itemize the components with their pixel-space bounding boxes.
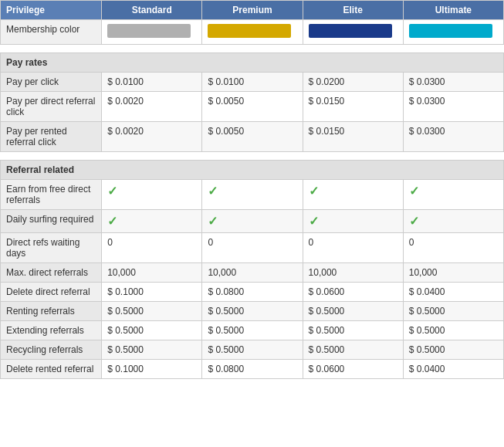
table-row: Pay per click $ 0.0100 $ 0.0100 $ 0.0200… xyxy=(1,73,504,92)
row-label: Direct refs waiting days xyxy=(1,233,102,263)
row-value-standard: $ 0.5000 xyxy=(102,321,202,340)
col-header-elite: Elite xyxy=(303,1,403,20)
privilege-comparison-table: Privilege Standard Premium Elite Ultimat… xyxy=(0,0,504,379)
row-value-elite: ✓ xyxy=(303,180,403,210)
check-icon: ✓ xyxy=(107,215,117,228)
table-row: Extending referrals $ 0.5000 $ 0.5000 $ … xyxy=(1,321,504,340)
row-value-ultimate: $ 0.0300 xyxy=(403,73,503,92)
row-value-elite: $ 0.0600 xyxy=(303,283,403,302)
row-value-ultimate: 10,000 xyxy=(403,263,503,283)
row-value-ultimate: $ 0.5000 xyxy=(403,321,503,340)
row-value-elite: $ 0.5000 xyxy=(303,302,403,321)
col-header-standard: Standard xyxy=(102,1,202,20)
standard-color-bar xyxy=(107,24,191,38)
row-value-ultimate: $ 0.0400 xyxy=(403,360,503,379)
premium-color-bar xyxy=(208,24,291,38)
col-header-premium: Premium xyxy=(202,1,303,20)
row-value-standard: $ 0.5000 xyxy=(102,302,202,321)
row-label: Renting referrals xyxy=(1,302,102,321)
row-value-standard: 10,000 xyxy=(102,263,202,283)
spacer-row-2 xyxy=(1,152,504,161)
row-label: Daily surfing required xyxy=(1,210,102,233)
row-value-premium: $ 0.0800 xyxy=(202,360,303,379)
check-icon: ✓ xyxy=(309,185,319,198)
col-header-ultimate: Ultimate xyxy=(403,1,503,20)
row-value-premium: ✓ xyxy=(202,180,303,210)
elite-color-bar xyxy=(309,24,392,38)
row-value-elite: $ 0.0150 xyxy=(303,122,403,152)
row-value-elite: $ 0.5000 xyxy=(303,340,403,360)
table-row: Earn from free direct referrals ✓ ✓ ✓ ✓ xyxy=(1,180,504,210)
row-value-standard: $ 0.0100 xyxy=(102,73,202,92)
check-icon: ✓ xyxy=(107,185,117,198)
table-row: Pay per rented referral click $ 0.0020 $… xyxy=(1,122,504,152)
check-icon: ✓ xyxy=(409,185,419,198)
row-label: Pay per direct referral click xyxy=(1,92,102,122)
row-label: Recycling referrals xyxy=(1,340,102,360)
row-value-premium: $ 0.0800 xyxy=(202,283,303,302)
row-value-standard: $ 0.1000 xyxy=(102,283,202,302)
row-value-ultimate: $ 0.0300 xyxy=(403,92,503,122)
row-value-standard: $ 0.0020 xyxy=(102,122,202,152)
row-value-premium: ✓ xyxy=(202,210,303,233)
row-value-premium: $ 0.5000 xyxy=(202,302,303,321)
membership-color-standard xyxy=(102,20,202,45)
row-value-ultimate: 0 xyxy=(403,233,503,263)
table-row: Delete direct referral $ 0.1000 $ 0.0800… xyxy=(1,283,504,302)
membership-color-elite xyxy=(303,20,403,45)
row-value-premium: $ 0.0050 xyxy=(202,122,303,152)
row-value-standard: $ 0.1000 xyxy=(102,360,202,379)
row-value-ultimate: $ 0.0300 xyxy=(403,122,503,152)
referral-section-header: Referral related xyxy=(1,161,504,180)
row-label: Max. direct referrals xyxy=(1,263,102,283)
row-label: Delete rented referral xyxy=(1,360,102,379)
table-row: Recycling referrals $ 0.5000 $ 0.5000 $ … xyxy=(1,340,504,360)
row-value-ultimate: $ 0.5000 xyxy=(403,302,503,321)
row-value-premium: 10,000 xyxy=(202,263,303,283)
row-value-elite: $ 0.5000 xyxy=(303,321,403,340)
table-row: Renting referrals $ 0.5000 $ 0.5000 $ 0.… xyxy=(1,302,504,321)
row-value-premium: $ 0.0050 xyxy=(202,92,303,122)
row-value-standard: ✓ xyxy=(102,210,202,233)
row-value-standard: ✓ xyxy=(102,180,202,210)
row-value-ultimate: $ 0.5000 xyxy=(403,340,503,360)
membership-color-ultimate xyxy=(403,20,503,45)
row-label: Pay per rented referral click xyxy=(1,122,102,152)
table-row: Delete rented referral $ 0.1000 $ 0.0800… xyxy=(1,360,504,379)
check-icon: ✓ xyxy=(208,215,218,228)
ultimate-color-bar xyxy=(409,24,492,38)
membership-color-premium xyxy=(202,20,303,45)
table-row: Direct refs waiting days 0 0 0 0 xyxy=(1,233,504,263)
spacer-row-1 xyxy=(1,45,504,53)
row-label: Delete direct referral xyxy=(1,283,102,302)
row-value-elite: $ 0.0150 xyxy=(303,92,403,122)
row-value-premium: $ 0.0100 xyxy=(202,73,303,92)
row-value-premium: 0 xyxy=(202,233,303,263)
check-icon: ✓ xyxy=(309,215,319,228)
row-value-elite: 10,000 xyxy=(303,263,403,283)
pay-rates-label: Pay rates xyxy=(1,53,504,73)
check-icon: ✓ xyxy=(208,185,218,198)
row-value-elite: 0 xyxy=(303,233,403,263)
row-value-elite: ✓ xyxy=(303,210,403,233)
table-row: Daily surfing required ✓ ✓ ✓ ✓ xyxy=(1,210,504,233)
table-header-row: Privilege Standard Premium Elite Ultimat… xyxy=(1,1,504,20)
check-icon: ✓ xyxy=(409,215,419,228)
pay-rates-section-header: Pay rates xyxy=(1,53,504,73)
row-value-ultimate: ✓ xyxy=(403,180,503,210)
membership-color-row: Membership color xyxy=(1,20,504,45)
row-value-premium: $ 0.5000 xyxy=(202,321,303,340)
table-row: Max. direct referrals 10,000 10,000 10,0… xyxy=(1,263,504,283)
row-value-premium: $ 0.5000 xyxy=(202,340,303,360)
membership-color-label: Membership color xyxy=(1,20,102,45)
row-value-ultimate: $ 0.0400 xyxy=(403,283,503,302)
row-value-standard: $ 0.0020 xyxy=(102,92,202,122)
row-value-elite: $ 0.0600 xyxy=(303,360,403,379)
row-value-standard: $ 0.5000 xyxy=(102,340,202,360)
col-header-privilege: Privilege xyxy=(1,1,102,20)
row-label: Earn from free direct referrals xyxy=(1,180,102,210)
referral-related-label: Referral related xyxy=(1,161,504,180)
table-row: Pay per direct referral click $ 0.0020 $… xyxy=(1,92,504,122)
row-label: Extending referrals xyxy=(1,321,102,340)
row-value-standard: 0 xyxy=(102,233,202,263)
